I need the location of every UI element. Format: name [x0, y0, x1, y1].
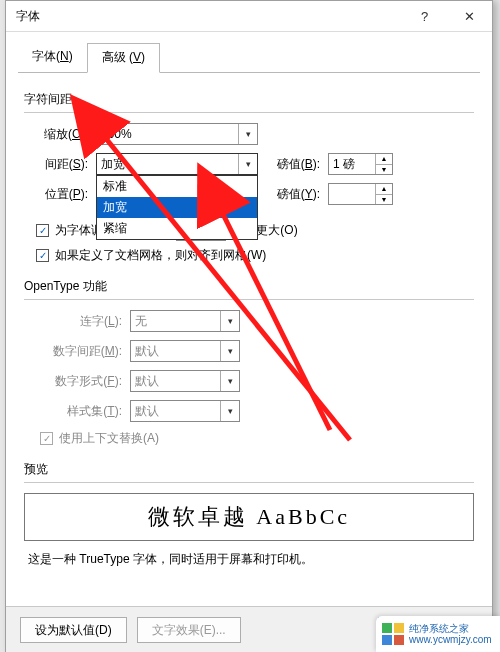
dialog-title: 字体: [16, 8, 402, 25]
kerning-points-label: 磅值(B):: [264, 156, 322, 173]
spacing-section-title: 字符间距: [24, 91, 474, 108]
kerning-dropdown-list: 标准 加宽 紧缩: [96, 175, 258, 240]
numform-row: 数字形式(F): 默认 ▾: [32, 370, 474, 392]
text-effects-button[interactable]: 文字效果(E)...: [137, 617, 241, 643]
kerning-points-input[interactable]: 1 磅 ▲▼: [328, 153, 393, 175]
divider: [24, 482, 474, 483]
chevron-down-icon: ▾: [238, 124, 257, 144]
preview-section-title: 预览: [24, 461, 474, 478]
numform-label: 数字形式(F):: [32, 373, 124, 390]
kerning-combo[interactable]: 加宽 ▾: [96, 153, 258, 175]
chevron-down-icon: ▾: [238, 154, 257, 174]
opentype-section-title: OpenType 功能: [24, 278, 474, 295]
ligature-combo[interactable]: 无 ▾: [130, 310, 240, 332]
position-label: 位置(P):: [24, 186, 90, 203]
watermark-text: 纯净系统之家 www.ycwmjzy.com: [409, 623, 492, 646]
position-points-input[interactable]: ▲▼: [328, 183, 393, 205]
kerning-option-expanded[interactable]: 加宽: [97, 197, 257, 218]
kerning-label: 间距(S):: [24, 156, 90, 173]
chevron-down-icon: ▾: [220, 371, 239, 391]
chevron-down-icon: ▾: [220, 341, 239, 361]
set-default-button[interactable]: 设为默认值(D): [20, 617, 127, 643]
contextual-checkbox-row: ✓ 使用上下文替换(A): [40, 430, 474, 447]
scale-value: 100%: [101, 127, 132, 141]
kern-checkbox[interactable]: ✓: [36, 224, 49, 237]
preview-hint: 这是一种 TrueType 字体，同时适用于屏幕和打印机。: [28, 551, 474, 568]
position-points-label: 磅值(Y):: [264, 186, 322, 203]
preview-box: 微软卓越 AaBbCc: [24, 493, 474, 541]
font-dialog: 字体 ? ✕ 字体(N) 高级 (V) 字符间距 缩放(C): 100% ▾: [5, 0, 493, 652]
ligature-row: 连字(L): 无 ▾: [32, 310, 474, 332]
spinner-buttons[interactable]: ▲▼: [375, 154, 392, 174]
preview-sample: 微软卓越 AaBbCc: [148, 502, 350, 532]
numspacing-label: 数字间距(M):: [32, 343, 124, 360]
numform-combo[interactable]: 默认 ▾: [130, 370, 240, 392]
kerning-row: 间距(S): 加宽 ▾ 磅值(B): 1 磅 ▲▼ 标准 加宽 紧缩: [24, 153, 474, 175]
titlebar: 字体 ? ✕: [6, 1, 492, 32]
watermark-logo-icon: [382, 623, 404, 645]
numspacing-row: 数字间距(M): 默认 ▾: [32, 340, 474, 362]
spinner-buttons[interactable]: ▲▼: [375, 184, 392, 204]
scale-label: 缩放(C):: [24, 126, 90, 143]
scale-row: 缩放(C): 100% ▾: [24, 123, 474, 145]
help-icon[interactable]: ?: [402, 1, 447, 31]
contextual-checkbox[interactable]: ✓: [40, 432, 53, 445]
numspacing-combo[interactable]: 默认 ▾: [130, 340, 240, 362]
dialog-body: 字符间距 缩放(C): 100% ▾ 间距(S): 加宽 ▾ 磅值(B):: [6, 73, 492, 568]
close-icon[interactable]: ✕: [447, 1, 492, 31]
chevron-down-icon: ▾: [220, 311, 239, 331]
styleset-combo[interactable]: 默认 ▾: [130, 400, 240, 422]
tab-font[interactable]: 字体(N): [18, 43, 87, 73]
kerning-option-standard[interactable]: 标准: [97, 176, 257, 197]
kerning-option-condensed[interactable]: 紧缩: [97, 218, 257, 239]
grid-checkbox-label: 如果定义了文档网格，则对齐到网格(W): [55, 247, 266, 264]
scale-combo[interactable]: 100% ▾: [96, 123, 258, 145]
styleset-row: 样式集(T): 默认 ▾: [32, 400, 474, 422]
divider: [24, 112, 474, 113]
tab-strip: 字体(N) 高级 (V): [18, 42, 480, 73]
kerning-value: 加宽: [101, 156, 125, 173]
contextual-checkbox-label: 使用上下文替换(A): [59, 430, 159, 447]
grid-checkbox[interactable]: ✓: [36, 249, 49, 262]
divider: [24, 299, 474, 300]
ligature-label: 连字(L):: [32, 313, 124, 330]
watermark: 纯净系统之家 www.ycwmjzy.com: [376, 616, 500, 652]
chevron-down-icon: ▾: [220, 401, 239, 421]
styleset-label: 样式集(T):: [32, 403, 124, 420]
grid-checkbox-row: ✓ 如果定义了文档网格，则对齐到网格(W): [36, 247, 474, 264]
tab-advanced[interactable]: 高级 (V): [87, 43, 160, 73]
